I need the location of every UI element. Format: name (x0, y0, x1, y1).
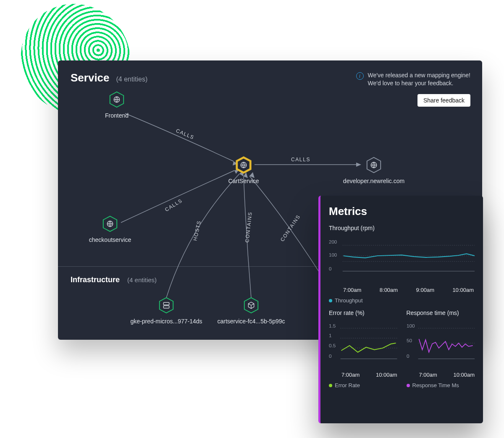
svg-text:HOSTS: HOSTS (192, 220, 202, 241)
chart-title-throughput: Throughput (rpm) (329, 225, 475, 231)
node-label: cartservice-fc4...5b-5p99c (217, 318, 285, 325)
svg-text:1.5: 1.5 (329, 323, 336, 329)
dot-icon (407, 384, 410, 387)
infrastructure-section-title: Infrastructure (71, 275, 120, 284)
node-label: Frontend (105, 112, 129, 119)
dot-icon (329, 299, 332, 302)
svg-text:200: 200 (329, 239, 337, 244)
throughput-legend: Throughput (329, 297, 475, 304)
svg-marker-21 (160, 298, 173, 313)
error-legend: Error Rate (329, 382, 397, 388)
notice-line: We'd love to hear your feedback. (368, 79, 470, 87)
server-icon (158, 296, 175, 314)
node-external[interactable]: developer.newrelic.com (332, 156, 416, 184)
metrics-panel: Metrics Throughput (rpm) 200 100 0 7:00a… (318, 196, 483, 423)
error-x-axis: 7:00am 10:00am (329, 369, 397, 378)
node-label: checkoutservice (89, 236, 131, 243)
response-x-axis: 7:00am 10:00am (407, 369, 475, 378)
svg-text:0.5: 0.5 (329, 343, 336, 349)
dot-icon (329, 384, 332, 387)
node-label: developer.newrelic.com (343, 178, 404, 184)
service-entity-count: (4 entities) (116, 76, 148, 83)
svg-text:0: 0 (329, 266, 331, 271)
infrastructure-entity-count: (4 entities) (127, 276, 157, 283)
svg-text:CALLS: CALLS (291, 157, 310, 163)
node-infra-host[interactable]: gke-pred-micros...977-14ds (124, 296, 208, 325)
share-feedback-button[interactable]: Share feedback (417, 94, 470, 107)
node-label: CartService (228, 178, 259, 184)
node-label: gke-pred-micros...977-14ds (130, 318, 202, 325)
svg-text:CALLS: CALLS (175, 128, 195, 141)
svg-text:100: 100 (329, 252, 337, 257)
svg-text:50: 50 (407, 338, 412, 344)
node-frontend[interactable]: Frontend (75, 91, 159, 119)
svg-text:CALLS: CALLS (164, 197, 183, 212)
svg-text:CONTAINS: CONTAINS (244, 211, 253, 243)
throughput-x-axis: 7:00am 8:00am 9:00am 10:00am (329, 284, 475, 293)
notice-line: We've released a new mapping engine! (368, 71, 470, 79)
node-infra-container[interactable]: cartservice-fc4...5b-5p99c (209, 296, 293, 325)
chart-title-error: Error rate (%) (329, 309, 397, 316)
globe-icon (235, 156, 252, 174)
svg-text:0: 0 (407, 353, 410, 359)
throughput-chart[interactable]: 200 100 0 (329, 234, 475, 280)
globe-icon (108, 91, 126, 108)
release-notice: i We've released a new mapping engine! W… (356, 71, 470, 87)
svg-text:0: 0 (329, 353, 332, 359)
node-cartservice[interactable]: CartService (202, 156, 286, 184)
node-checkoutservice[interactable]: checkoutservice (68, 215, 152, 243)
globe-icon (365, 156, 383, 174)
service-section-title: Service (71, 71, 110, 84)
metrics-title: Metrics (329, 205, 475, 218)
globe-icon (101, 215, 119, 233)
svg-text:CONTAINS: CONTAINS (279, 214, 302, 243)
svg-text:100: 100 (407, 323, 415, 329)
cube-icon (242, 296, 260, 314)
error-rate-chart[interactable]: 1.5 1 0.5 0 (329, 319, 397, 369)
info-icon: i (356, 72, 364, 80)
chart-title-response: Response time (ms) (407, 309, 475, 316)
svg-text:1: 1 (329, 333, 332, 338)
response-time-chart[interactable]: 100 50 0 (407, 319, 475, 369)
response-legend: Response Time Ms (407, 382, 475, 388)
